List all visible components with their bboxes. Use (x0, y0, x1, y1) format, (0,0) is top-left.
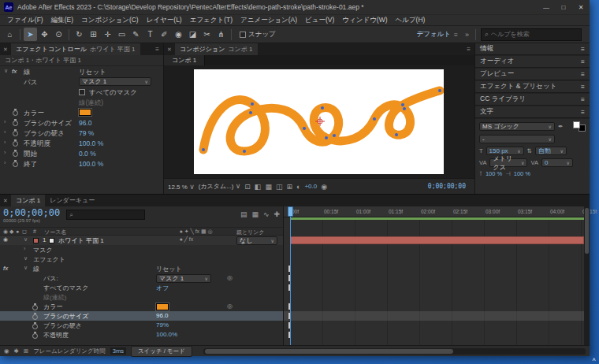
font-family-dropdown[interactable]: MS ゴシック ∨ (479, 122, 555, 131)
panel-menu-icon[interactable]: ≡ (581, 45, 585, 53)
all-masks-checkbox[interactable] (79, 89, 85, 95)
time-ruler[interactable]: 00f 00:15f 01:00f 01:15f 02:00f 02:15f 0… (284, 206, 584, 217)
composition-viewer[interactable] (164, 65, 474, 178)
property-value[interactable]: 100.0% (156, 331, 177, 338)
menu-file[interactable]: ファイル(F) (3, 16, 47, 25)
viewer-timecode[interactable]: 0;00;00;00 (428, 183, 471, 190)
property-value[interactable]: 79 % (79, 129, 94, 137)
chevron-right-icon[interactable]: › (4, 139, 6, 145)
row-color[interactable]: カラー ◎ (0, 302, 283, 311)
label-color-chip[interactable] (33, 238, 39, 243)
stopwatch-icon[interactable] (12, 108, 19, 116)
stopwatch-icon[interactable] (12, 149, 19, 157)
region-of-interest-icon[interactable]: ⊡ (244, 183, 251, 191)
chevron-down-icon[interactable]: ∨ (24, 255, 28, 262)
menu-help[interactable]: ヘルプ(H) (392, 16, 430, 25)
maximize-button[interactable]: □ (555, 0, 572, 14)
property-row-end[interactable]: › 終了 100.0 % (0, 158, 163, 169)
help-search-box[interactable]: ⌕ (481, 28, 582, 41)
snapshot-icon[interactable]: ◉ (321, 183, 327, 191)
timeline-search-input[interactable] (75, 211, 143, 218)
pan-camera-tool-icon[interactable]: ⊞ (87, 28, 100, 41)
current-time-indicator[interactable] (290, 206, 291, 345)
property-value[interactable]: 96.0 (156, 312, 169, 319)
fill-stroke-swatches[interactable] (573, 121, 586, 132)
property-value[interactable]: 96.0 (79, 119, 92, 127)
panel-menu-icon[interactable]: ≡ (463, 46, 474, 53)
panel-tab-info[interactable]: 情報 ≡ (475, 43, 590, 55)
panel-tab-character[interactable]: 文字 ≡ (475, 106, 590, 118)
expander-icon[interactable]: ∨ (24, 236, 28, 243)
horizontal-scale-value[interactable]: 100 % (514, 170, 530, 177)
property-value[interactable]: 0.0 % (79, 150, 96, 158)
stopwatch-icon[interactable] (12, 128, 19, 136)
stopwatch-icon[interactable] (12, 118, 19, 126)
taskbar-hidden-icons-chevron[interactable]: ˄ (592, 356, 596, 363)
panel-tab-preview[interactable]: プレビュー ≡ (475, 69, 590, 80)
leading-dropdown[interactable]: 自動 ∨ (535, 147, 567, 155)
panel-menu-icon[interactable]: ≡ (581, 108, 585, 116)
scrollbar-thumb[interactable] (205, 349, 453, 354)
grid-icon[interactable]: ▦ (251, 210, 259, 218)
transparency-grid-icon[interactable]: ◫ (276, 183, 283, 191)
property-value[interactable]: 100.0 % (79, 160, 103, 168)
reset-button[interactable]: リセット (156, 265, 182, 273)
stopwatch-icon[interactable] (12, 139, 19, 147)
hand-tool-icon[interactable]: ✥ (38, 28, 51, 41)
effect-header-row[interactable]: ∨ fx 線 リセット (0, 66, 163, 76)
eye-icon[interactable]: ◉ (3, 236, 8, 243)
live-update-icon[interactable]: ◉ (4, 347, 9, 355)
color-swatch[interactable] (156, 303, 169, 310)
property-row-path[interactable]: パス マスク 1 ∨ (0, 76, 163, 87)
chevron-right-icon[interactable]: › (24, 246, 25, 251)
orbit-camera-tool-icon[interactable]: ↻ (73, 28, 86, 41)
pen-tool-icon[interactable]: ✎ (129, 28, 143, 41)
timeline-search-box[interactable]: ⌕ (66, 210, 145, 220)
add-icon[interactable]: ✚ (273, 210, 280, 218)
resolution-dropdown[interactable]: (カスタム...) ∨ (199, 182, 241, 191)
fill-color-swatch[interactable] (573, 121, 580, 128)
pickwhip-icon[interactable]: ◎ (227, 274, 233, 281)
snap-toggle[interactable]: スナップ (240, 30, 276, 39)
property-row-start[interactable]: › 開始 0.0 % (0, 148, 163, 158)
chevron-down-icon[interactable]: ∨ (24, 265, 28, 271)
panel-tab-audio[interactable]: オーディオ ≡ (475, 56, 590, 68)
timeline-horizontal-scrollbar[interactable] (203, 348, 586, 355)
brush-tool-icon[interactable]: ✐ (158, 28, 171, 41)
property-row-brush-hardness[interactable]: › ブラシの硬さ 79 % (0, 128, 163, 138)
layer-name[interactable]: ホワイト 平面 1 (58, 236, 104, 245)
panel-menu-icon[interactable]: ≡ (581, 95, 585, 103)
selection-tool-icon[interactable]: ➤ (24, 28, 37, 41)
property-row-brush-size[interactable]: › ブラシのサイズ 96.0 (0, 117, 163, 128)
menu-composition[interactable]: コンポジション(C) (77, 16, 143, 25)
close-icon[interactable]: ✕ (0, 46, 11, 53)
stopwatch-icon[interactable] (32, 303, 39, 310)
viewer-tab-comp1[interactable]: コンポ 1 (164, 55, 205, 65)
workspace-tab-default[interactable]: デフォルト ≡ (414, 30, 461, 39)
shape-tool-icon[interactable]: ▭ (115, 28, 128, 41)
eyedropper-icon[interactable]: ✒ (558, 123, 563, 130)
parent-dropdown[interactable]: なし ∨ (236, 236, 277, 245)
row-effects[interactable]: ∨ エフェクト (0, 254, 283, 264)
eraser-tool-icon[interactable]: ◪ (186, 28, 199, 41)
row-stroke-effect[interactable]: fx ∨ 線 リセット (0, 264, 283, 273)
panel-menu-icon[interactable]: ≡ (581, 70, 585, 78)
draft-3d-icon[interactable]: ✱ (14, 347, 19, 355)
help-search-input[interactable] (491, 31, 578, 38)
property-row-color[interactable]: カラー (0, 107, 163, 117)
vertical-scale-value[interactable]: 100 % (486, 170, 502, 177)
menu-effect[interactable]: エフェクト(T) (186, 16, 236, 25)
tab-render-queue[interactable]: レンダーキュー (45, 195, 99, 206)
fx-icon[interactable]: fx (3, 265, 8, 272)
font-style-dropdown[interactable]: - ∨ (479, 135, 555, 143)
graph-editor-icon[interactable]: ∿ (263, 210, 270, 218)
row-opacity[interactable]: 不透明度 100.0% (0, 330, 283, 340)
property-row-all-masks[interactable]: すべてのマスク (0, 87, 163, 97)
menu-animation[interactable]: アニメーション(A) (236, 16, 301, 25)
panel-tab-cc-libraries[interactable]: CC ライブラリ ≡ (475, 94, 590, 106)
type-tool-icon[interactable]: T (143, 28, 157, 41)
property-row-opacity[interactable]: › 不透明度 100.0 % (0, 138, 163, 148)
grid-icon[interactable]: ▦ (265, 183, 272, 191)
kerning-dropdown[interactable]: メトリクス ∨ (489, 158, 527, 167)
snap-checkbox[interactable] (240, 32, 246, 38)
